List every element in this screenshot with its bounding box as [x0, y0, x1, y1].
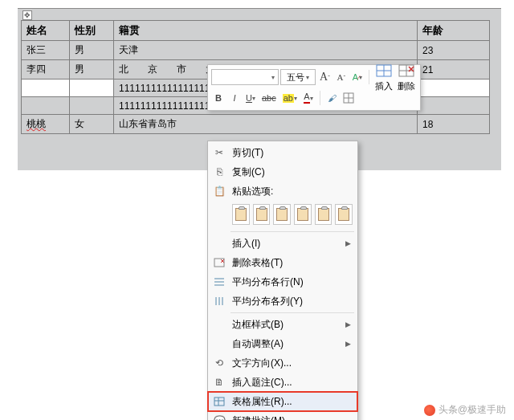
- menu-table-properties[interactable]: 表格属性(R)...: [208, 392, 357, 411]
- font-family-dropdown[interactable]: ▾: [211, 69, 279, 85]
- cell-name[interactable]: 李四: [22, 60, 70, 80]
- header-gender: 性别: [70, 21, 114, 41]
- table-move-handle[interactable]: ✥: [22, 10, 32, 20]
- shrink-font-button[interactable]: Aˇ: [334, 69, 349, 85]
- clipboard-icon: 📋: [211, 186, 227, 197]
- paste-option-overwrite[interactable]: [294, 204, 312, 225]
- menu-new-comment[interactable]: 💬 新建批注(M): [208, 411, 357, 420]
- menu-distribute-rows[interactable]: 平均分布各行(N): [208, 272, 357, 292]
- highlight-button[interactable]: ab▾: [280, 90, 300, 106]
- menu-separator: [230, 312, 354, 313]
- cell-gender[interactable]: 男: [70, 41, 114, 60]
- table-row: 桃桃 女 山东省青岛市 18: [22, 115, 490, 134]
- menu-copy[interactable]: ⎘ 复制(C): [208, 162, 357, 181]
- chevron-right-icon: ▶: [345, 239, 351, 247]
- cell-gender[interactable]: [70, 97, 114, 115]
- menu-insert-caption[interactable]: 🗎 插入题注(C)...: [208, 373, 357, 392]
- borders-button[interactable]: [341, 90, 357, 106]
- chevron-down-icon: ▾: [271, 74, 275, 81]
- strikethrough-button[interactable]: abc: [259, 90, 279, 106]
- cell-name[interactable]: [22, 97, 70, 115]
- table-header-row: 姓名 性别 籍贯 年龄: [22, 21, 490, 41]
- text-direction-icon: ⟲: [211, 357, 227, 369]
- cell-age[interactable]: 21: [418, 60, 490, 80]
- menu-paste-options-label: 📋 粘贴选项:: [208, 181, 357, 201]
- menu-cut[interactable]: ✂ 剪切(T): [208, 143, 357, 162]
- cell-gender[interactable]: 女: [70, 115, 114, 134]
- italic-button[interactable]: I: [227, 90, 242, 106]
- distribute-cols-icon: [211, 296, 227, 306]
- paste-option-insert-rows[interactable]: [273, 204, 291, 225]
- insert-table-icon: [373, 62, 394, 80]
- menu-border-styles[interactable]: 边框样式(B) ▶: [208, 315, 357, 334]
- cell-name[interactable]: 桃桃: [22, 115, 70, 134]
- chevron-down-icon: ▾: [306, 74, 309, 81]
- cell-gender[interactable]: 男: [70, 60, 114, 80]
- paste-option-merge[interactable]: [253, 204, 271, 225]
- table-context-menu: ✂ 剪切(T) ⎘ 复制(C) 📋 粘贴选项: 插入(I) ▶ 删除表格(T) …: [207, 141, 358, 420]
- watermark: 头条@极速手助: [424, 403, 506, 417]
- chevron-right-icon: ▶: [345, 340, 351, 348]
- header-origin: 籍贯: [114, 21, 418, 41]
- cell-age[interactable]: [418, 97, 490, 115]
- copy-icon: ⎘: [211, 166, 227, 177]
- svg-rect-11: [214, 259, 224, 267]
- caption-icon: 🗎: [211, 377, 227, 388]
- cell-origin[interactable]: 天津: [114, 41, 418, 60]
- menu-autofit[interactable]: 自动调整(A) ▶: [208, 334, 357, 353]
- insert-label: 插入: [375, 80, 393, 92]
- watermark-text: 头条@极速手助: [439, 403, 506, 417]
- underline-button[interactable]: U▾: [243, 90, 258, 106]
- delete-table-icon: [396, 62, 417, 80]
- font-color-button[interactable]: A▾: [301, 90, 316, 106]
- menu-delete-table[interactable]: 删除表格(T): [208, 253, 357, 272]
- cell-age[interactable]: 23: [418, 41, 490, 60]
- cell-name[interactable]: 张三: [22, 41, 70, 60]
- font-size-dropdown[interactable]: 五号 ▾: [280, 69, 316, 85]
- styles-dropdown[interactable]: A⁄▾: [350, 69, 365, 85]
- comment-icon: 💬: [211, 415, 227, 420]
- header-name: 姓名: [22, 21, 70, 41]
- scissors-icon: ✂: [211, 147, 227, 158]
- cell-age[interactable]: [418, 80, 490, 97]
- bold-button[interactable]: B: [211, 90, 226, 106]
- format-painter-button[interactable]: 🖌: [324, 90, 339, 106]
- cell-name[interactable]: [22, 80, 70, 97]
- table-row: 张三 男 天津 23: [22, 41, 490, 60]
- chevron-right-icon: ▶: [345, 320, 351, 328]
- svg-rect-20: [214, 398, 224, 406]
- font-size-value: 五号: [287, 71, 304, 84]
- menu-separator: [230, 231, 354, 232]
- menu-distribute-cols[interactable]: 平均分布各列(Y): [208, 292, 357, 311]
- paste-option-text-only[interactable]: [335, 204, 353, 225]
- header-age: 年龄: [418, 21, 490, 41]
- menu-insert[interactable]: 插入(I) ▶: [208, 234, 357, 253]
- mini-toolbar: ▾ 五号 ▾ Aˆ Aˇ A⁄▾ 插入 删除 B I U▾ abc ab▾ A▾: [207, 64, 421, 111]
- paste-options-row: [208, 201, 357, 230]
- delete-group[interactable]: 删除: [396, 62, 417, 92]
- table-properties-icon: [211, 397, 227, 406]
- cell-age[interactable]: 18: [418, 115, 490, 134]
- paste-option-keep-source[interactable]: [315, 204, 332, 225]
- cell-origin[interactable]: 山东省青岛市: [114, 115, 418, 134]
- grow-font-button[interactable]: Aˆ: [317, 69, 332, 85]
- toutiao-logo-icon: [424, 405, 435, 416]
- cell-gender[interactable]: [70, 80, 114, 97]
- insert-group[interactable]: 插入: [373, 62, 394, 92]
- delete-table-icon: [211, 258, 227, 267]
- menu-text-direction[interactable]: ⟲ 文字方向(X)...: [208, 353, 357, 373]
- delete-label: 删除: [398, 80, 415, 92]
- distribute-rows-icon: [211, 277, 227, 287]
- paste-option-nest-table[interactable]: [232, 204, 250, 225]
